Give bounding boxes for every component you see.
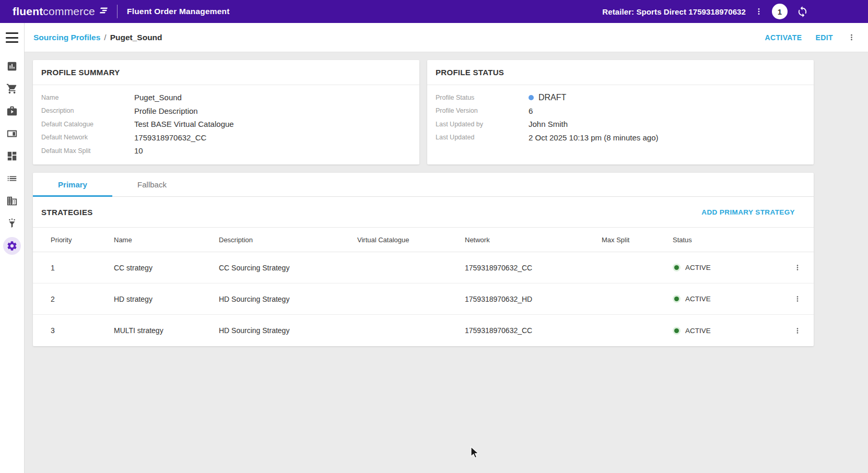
- sidebar-item-list[interactable]: [6, 172, 18, 185]
- sidebar-item-insights[interactable]: [6, 217, 18, 230]
- analytics-icon: [6, 61, 18, 72]
- menu-hamburger-icon[interactable]: [6, 32, 18, 43]
- field-profile-status: Profile Status DRAFT: [436, 91, 805, 104]
- breadcrumb-sourcing-profiles-link[interactable]: Sourcing Profiles: [33, 33, 100, 42]
- main-content: PROFILE SUMMARY Name Puget_Sound Descrip…: [25, 52, 868, 473]
- row-kebab-menu[interactable]: [793, 325, 802, 336]
- add-primary-strategy-button[interactable]: ADD PRIMARY STRATEGY: [701, 208, 795, 216]
- sidebar-item-organization[interactable]: [6, 195, 18, 207]
- sidebar-item-dashboard[interactable]: [6, 150, 18, 162]
- strategy-tabs: Primary Fallback: [33, 173, 814, 197]
- profile-summary-fields: Name Puget_Sound Description Profile Des…: [33, 85, 419, 158]
- breadcrumb: Sourcing Profiles / Puget_Sound: [33, 33, 162, 42]
- tab-primary[interactable]: Primary: [33, 173, 112, 196]
- user-avatar-badge[interactable]: 1: [772, 4, 788, 19]
- app-bar-divider: [117, 5, 118, 18]
- table-row: 3 MULTI strategy HD Sourcing Strategy 17…: [33, 315, 814, 346]
- card-panel-icon: [6, 128, 18, 139]
- field-last-updated-by: Last Updated by John Smith: [436, 117, 805, 131]
- sidebar-nav: [3, 60, 21, 252]
- briefcase-play-icon: [6, 105, 18, 117]
- brand-logo-bold: fluent: [13, 5, 43, 18]
- sync-refresh-icon[interactable]: [795, 5, 810, 19]
- field-default-max-split: Default Max Split 10: [41, 144, 411, 158]
- draft-status-dot: [529, 95, 534, 100]
- dashboard-grid-icon: [6, 150, 18, 162]
- row-kebab-menu[interactable]: [793, 293, 802, 304]
- activate-button[interactable]: ACTIVATE: [765, 33, 802, 42]
- sidebar: [0, 23, 25, 473]
- app-bar-right: Retailer: Sports Direct 1759318970632 1: [602, 4, 810, 19]
- field-profile-version: Profile Version 6: [436, 104, 805, 118]
- profile-summary-title: PROFILE SUMMARY: [41, 68, 120, 77]
- strategies-title: STRATEGIES: [41, 208, 93, 217]
- table-row: 2 HD strategy HD Sourcing Strategy 17593…: [33, 283, 814, 315]
- strategies-toolbar: STRATEGIES ADD PRIMARY STRATEGY: [33, 197, 814, 227]
- app-bar: fluentcommerce Fluent Order Management R…: [0, 0, 868, 23]
- field-default-catalogue: Default Catalogue Test BASE Virtual Cata…: [41, 117, 411, 131]
- page-header-actions: ACTIVATE EDIT: [765, 32, 857, 43]
- sidebar-item-analytics[interactable]: [6, 60, 18, 73]
- retailer-context-label: Retailer: Sports Direct 1759318970632: [602, 7, 746, 16]
- active-status-dot: [673, 327, 681, 335]
- row-status: ACTIVE: [673, 327, 775, 335]
- field-name: Name Puget_Sound: [41, 91, 411, 104]
- field-last-updated: Last Updated 2 Oct 2025 10:13 pm (8 minu…: [436, 131, 805, 145]
- breadcrumb-separator: /: [104, 33, 106, 42]
- tab-fallback[interactable]: Fallback: [112, 173, 192, 196]
- gear-icon: [6, 240, 18, 252]
- sidebar-item-orders[interactable]: [6, 105, 18, 117]
- edit-button[interactable]: EDIT: [816, 33, 834, 42]
- cart-icon: [6, 83, 18, 94]
- status-badge: DRAFT: [538, 93, 566, 102]
- brand-logo[interactable]: fluentcommerce: [13, 5, 108, 18]
- profile-status-card: PROFILE STATUS Profile Status DRAFT Prof…: [427, 60, 814, 164]
- building-icon: [6, 195, 18, 207]
- brand-logo-light: commerce: [43, 5, 95, 18]
- page-header: Sourcing Profiles / Puget_Sound ACTIVATE…: [25, 23, 868, 52]
- row-kebab-menu[interactable]: [793, 262, 802, 273]
- sidebar-item-settings[interactable]: [3, 237, 21, 255]
- breadcrumb-current-page: Puget_Sound: [110, 33, 162, 42]
- strategies-table-header: Priority Name Description Virtual Catalo…: [33, 227, 814, 252]
- product-title: Fluent Order Management: [127, 7, 230, 16]
- field-description: Description Profile Description: [41, 104, 411, 118]
- strategies-card: Primary Fallback STRATEGIES ADD PRIMARY …: [33, 173, 814, 346]
- row-status: ACTIVE: [673, 264, 775, 271]
- sidebar-item-cart[interactable]: [6, 82, 18, 95]
- page-header-kebab-menu[interactable]: [847, 32, 857, 43]
- list-icon: [6, 173, 18, 184]
- sidebar-item-payments[interactable]: [6, 127, 18, 140]
- brand-mark-icon: [98, 7, 108, 16]
- profile-summary-card: PROFILE SUMMARY Name Puget_Sound Descrip…: [33, 60, 419, 164]
- profile-status-title: PROFILE STATUS: [436, 68, 504, 77]
- active-status-dot: [673, 264, 681, 271]
- app-bar-kebab-menu[interactable]: [754, 6, 764, 17]
- profile-status-fields: Profile Status DRAFT Profile Version 6 L…: [427, 85, 814, 144]
- funnel-spark-icon: [6, 218, 18, 229]
- row-status: ACTIVE: [673, 295, 775, 303]
- table-row: 1 CC strategy CC Sourcing Strategy 17593…: [33, 252, 814, 283]
- field-default-network: Default Network 1759318970632_CC: [41, 131, 411, 145]
- active-status-dot: [673, 295, 681, 303]
